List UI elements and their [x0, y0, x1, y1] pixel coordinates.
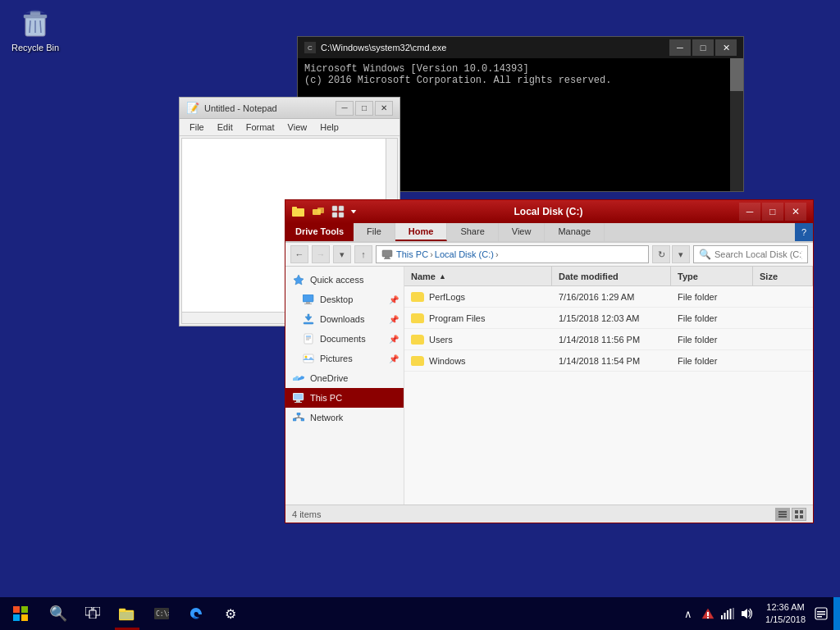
sidebar-item-pictures[interactable]: Pictures 📌: [285, 349, 404, 368]
cmd-close-button[interactable]: ✕: [715, 39, 737, 56]
notepad-menu-edit[interactable]: Edit: [211, 121, 240, 134]
view-details-button[interactable]: [775, 508, 790, 521]
nav-back-button[interactable]: ←: [290, 245, 308, 263]
taskbar-taskview-button[interactable]: [75, 597, 110, 630]
sidebar-label-pictures: Pictures: [320, 354, 353, 363]
ribbon-tab-share[interactable]: Share: [447, 223, 498, 241]
notepad-menu-help[interactable]: Help: [313, 121, 345, 134]
explorer-minimize-button[interactable]: ─: [739, 203, 760, 221]
nav-forward-button[interactable]: →: [312, 245, 330, 263]
file-row-perflogs[interactable]: PerfLogs 7/16/2016 1:29 AM File folder: [404, 286, 813, 308]
svg-rect-14: [382, 250, 392, 257]
notepad-menu-view[interactable]: View: [281, 121, 314, 134]
action-center-strip[interactable]: [833, 597, 840, 630]
ribbon-tab-home[interactable]: Home: [395, 223, 448, 241]
sidebar-item-documents[interactable]: Documents 📌: [285, 329, 404, 349]
svg-rect-33: [297, 413, 300, 415]
desktop-sidebar-icon: [302, 293, 315, 306]
svg-rect-48: [13, 614, 20, 621]
sidebar-item-network[interactable]: Network: [285, 408, 404, 427]
file-type-program-files: File folder: [671, 313, 753, 323]
sort-arrow-name: ▲: [439, 272, 446, 281]
cmd-scrollbar[interactable]: [730, 58, 743, 191]
notepad-menu-format[interactable]: Format: [240, 121, 281, 134]
status-items-count: 4 items: [292, 509, 321, 519]
sidebar-item-downloads[interactable]: Downloads 📌: [285, 309, 404, 329]
svg-line-3: [30, 21, 30, 33]
svg-rect-35: [301, 418, 304, 421]
notepad-controls: ─ □ ✕: [336, 101, 393, 116]
svg-rect-69: [817, 614, 825, 615]
svg-rect-39: [778, 511, 787, 513]
explorer-status: 4 items: [285, 504, 813, 523]
col-header-date[interactable]: Date modified: [552, 267, 671, 285]
explorer-title: Local Disk (C:): [514, 206, 582, 217]
svg-rect-59: [707, 612, 709, 616]
ribbon-tabs: Drive Tools File Home Share View Manage …: [285, 223, 813, 242]
svg-rect-18: [303, 294, 313, 302]
explorer-controls: ─ □ ✕: [739, 203, 806, 221]
explorer-window: Local Disk (C:) ─ □ ✕ Drive Tools File H…: [285, 199, 814, 523]
svg-rect-70: [817, 616, 822, 618]
explorer-body: Quick access Desktop 📌: [285, 267, 813, 504]
address-refresh-button[interactable]: ↻: [652, 245, 670, 263]
explorer-close-button[interactable]: ✕: [785, 203, 806, 221]
tray-chevron[interactable]: ∧: [680, 605, 696, 622]
file-explorer-taskbar-icon: [119, 606, 135, 621]
notepad-menu-file[interactable]: File: [183, 121, 211, 134]
ribbon-help-button[interactable]: ?: [795, 223, 813, 241]
sidebar-item-quick-access[interactable]: Quick access: [285, 270, 404, 290]
file-row-users[interactable]: Users 1/14/2018 11:56 PM File folder: [404, 329, 813, 350]
address-field[interactable]: This PC › Local Disk (C:) ›: [376, 245, 649, 263]
cmd-line-2: (c) 2016 Microsoft Corporation. All righ…: [304, 75, 737, 86]
nav-recent-button[interactable]: ▾: [333, 245, 351, 263]
svg-rect-31: [294, 402, 302, 403]
notepad-maximize-button[interactable]: □: [355, 101, 373, 116]
svg-rect-44: [795, 515, 798, 518]
notification-center-button[interactable]: [809, 597, 833, 630]
file-row-windows[interactable]: Windows 1/14/2018 11:54 PM File folder: [404, 350, 813, 372]
notepad-close-button[interactable]: ✕: [375, 101, 393, 116]
file-row-program-files[interactable]: Program Files 1/15/2018 12:03 AM File fo…: [404, 308, 813, 329]
search-input[interactable]: [714, 249, 802, 259]
explorer-maximize-button[interactable]: □: [762, 203, 783, 221]
recycle-bin-image: [19, 7, 52, 39]
breadcrumb-local-disk[interactable]: Local Disk (C:): [435, 249, 494, 259]
sidebar-item-desktop[interactable]: Desktop 📌: [285, 290, 404, 309]
sidebar-item-onedrive[interactable]: OneDrive: [285, 368, 404, 388]
sidebar-label-this-pc: This PC: [310, 393, 342, 403]
search-box[interactable]: 🔍: [693, 245, 808, 263]
ribbon-tab-file[interactable]: File: [354, 223, 395, 241]
taskbar-search-button[interactable]: 🔍: [41, 597, 75, 630]
svg-rect-20: [304, 304, 312, 304]
ribbon-tab-view[interactable]: View: [499, 223, 546, 241]
recycle-bin-icon[interactable]: Recycle Bin: [7, 7, 64, 52]
tray-network-icon[interactable]: [719, 605, 736, 622]
view-large-icons-button[interactable]: [792, 508, 806, 521]
drive-tools-tab[interactable]: Drive Tools: [285, 223, 354, 241]
file-date-windows: 1/14/2018 11:54 PM: [552, 356, 671, 366]
notepad-titlebar: 📝 Untitled - Notepad ─ □ ✕: [180, 98, 399, 119]
taskbar-cmd-button[interactable]: C:\>: [144, 597, 179, 630]
svg-rect-55: [120, 612, 133, 619]
col-header-size[interactable]: Size: [753, 267, 813, 285]
address-dropdown-button[interactable]: ▾: [672, 245, 690, 263]
start-button[interactable]: [0, 597, 41, 630]
cmd-maximize-button[interactable]: □: [692, 39, 714, 56]
col-header-type[interactable]: Type: [671, 267, 753, 285]
taskbar-settings-button[interactable]: ⚙: [213, 597, 248, 630]
taskbar-edge-button[interactable]: [179, 597, 213, 630]
notepad-minimize-button[interactable]: ─: [336, 101, 354, 116]
tray-warning-icon[interactable]: [700, 605, 716, 622]
sidebar-item-this-pc[interactable]: This PC: [285, 388, 404, 408]
clock[interactable]: 12:36 AM 1/15/2018: [762, 601, 809, 627]
sidebar-label-network: Network: [310, 413, 343, 422]
nav-up-button[interactable]: ↑: [354, 245, 372, 263]
search-taskbar-icon: 🔍: [49, 605, 67, 623]
taskbar-file-explorer-button[interactable]: [110, 597, 144, 630]
ribbon-tab-manage[interactable]: Manage: [545, 223, 605, 241]
tray-volume-icon[interactable]: [739, 605, 756, 622]
col-header-name[interactable]: Name ▲: [404, 267, 552, 285]
breadcrumb-this-pc[interactable]: This PC: [396, 249, 428, 259]
cmd-minimize-button[interactable]: ─: [669, 39, 691, 56]
